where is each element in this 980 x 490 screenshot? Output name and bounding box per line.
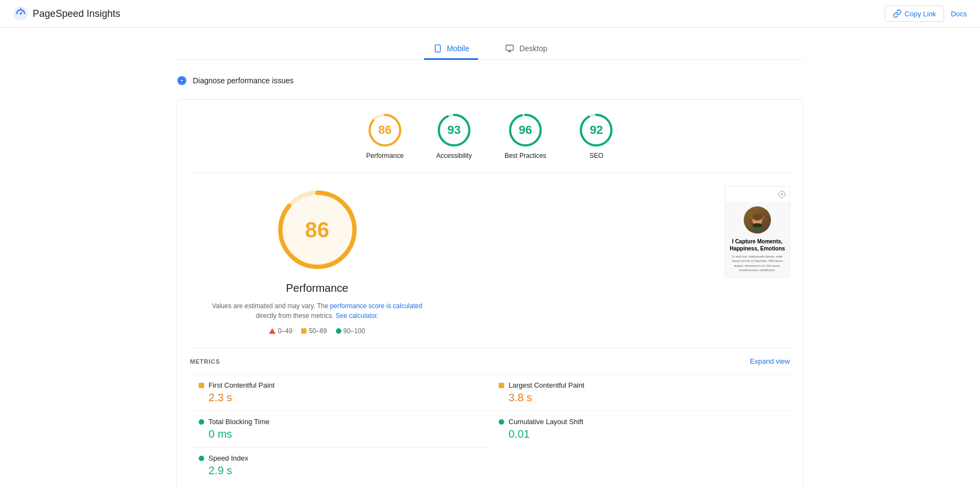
score-circle-best-practices: 96 (508, 113, 543, 148)
metric-tbt-header: Total Blocking Time (199, 418, 481, 426)
pagespeed-logo (13, 6, 28, 21)
diagnose-text: Diagnose performance issues (193, 76, 293, 85)
metric-si[interactable]: Speed Index 2.9 s (190, 447, 490, 483)
score-circle-accessibility: 93 (437, 113, 471, 148)
metric-si-value: 2.9 s (199, 464, 481, 477)
screenshot-expand-icon[interactable] (777, 190, 786, 199)
screenshot-heading: I Capture Moments, Happiness, Emotions (730, 238, 785, 252)
svg-point-23 (752, 223, 762, 228)
metric-lcp-dot (499, 383, 504, 388)
legend-orange-label: 50–89 (309, 327, 327, 335)
metric-lcp[interactable]: Largest Contentful Paint 3.8 s (490, 374, 790, 411)
performance-title: Performance (286, 282, 348, 295)
score-item-performance[interactable]: 86 Performance (366, 113, 404, 160)
main-content: Mobile Desktop Diagnose performance issu… (163, 28, 817, 490)
metrics-grid: First Contentful Paint 2.3 s Largest Con… (190, 374, 790, 483)
metrics-section: METRICS Expand view First Contentful Pai… (190, 348, 790, 483)
metric-fcp-header: First Contentful Paint (199, 381, 481, 389)
svg-point-7 (181, 79, 182, 81)
score-label-seo: SEO (590, 152, 603, 160)
metric-tbt-dot (199, 419, 204, 425)
performance-left: 86 Performance Values are estimated and … (190, 186, 444, 335)
score-value-accessibility: 93 (448, 123, 461, 137)
legend-green: 90–100 (336, 327, 365, 335)
header: PageSpeed Insights Copy Link Docs (0, 0, 980, 28)
metric-fcp-dot (199, 383, 204, 388)
avatar-svg (747, 210, 768, 230)
screenshot-card: I Capture Moments, Happiness, Emotions I… (725, 186, 790, 278)
score-item-accessibility[interactable]: 93 Accessibility (436, 113, 471, 160)
perf-see-calc-link[interactable]: See calculator. (335, 312, 378, 320)
legend-orange: 50–89 (301, 327, 327, 335)
big-score-value: 86 (305, 218, 329, 242)
score-circle-seo: 92 (579, 113, 614, 148)
metric-fcp-value: 2.3 s (199, 391, 481, 404)
svg-point-22 (752, 214, 762, 220)
svg-point-1 (20, 13, 22, 15)
score-item-best-practices[interactable]: 96 Best Practices (505, 113, 547, 160)
metric-cls[interactable]: Cumulative Layout Shift 0.01 (490, 411, 790, 447)
score-card: 86 Performance 93 Accessibility (176, 99, 804, 490)
scores-row: 86 Performance 93 Accessibility (190, 113, 790, 173)
link-icon (893, 9, 902, 18)
tab-desktop[interactable]: Desktop (495, 39, 556, 60)
legend-green-icon (336, 328, 341, 334)
legend-red: 0–49 (269, 327, 292, 335)
metrics-title: METRICS (190, 358, 220, 365)
diagnose-icon (176, 75, 187, 86)
legend-red-icon (269, 328, 275, 334)
metric-fcp[interactable]: First Contentful Paint 2.3 s (190, 374, 490, 411)
score-circle-performance: 86 (367, 113, 402, 148)
performance-description: Values are estimated and may vary. The p… (203, 301, 432, 321)
expand-view-button[interactable]: Expand view (750, 357, 790, 365)
metric-cls-header: Cumulative Layout Shift (499, 418, 781, 426)
metric-tbt-name: Total Blocking Time (209, 418, 270, 426)
performance-right: I Capture Moments, Happiness, Emotions I… (725, 186, 790, 335)
score-label-best-practices: Best Practices (505, 152, 547, 160)
mobile-icon (433, 44, 443, 53)
legend: 0–49 50–89 90–100 (269, 327, 365, 335)
screenshot-body: In and out, malesuada fames, ante ipsum … (730, 254, 785, 273)
header-right: Copy Link Docs (885, 5, 967, 22)
metric-fcp-name: First Contentful Paint (209, 381, 274, 389)
screenshot-content: I Capture Moments, Happiness, Emotions I… (725, 202, 789, 277)
score-label-accessibility: Accessibility (436, 152, 471, 160)
metric-si-dot (199, 456, 204, 461)
tab-desktop-label: Desktop (519, 44, 547, 53)
score-label-performance: Performance (366, 152, 404, 160)
performance-section: 86 Performance Values are estimated and … (190, 186, 790, 335)
big-performance-circle: 86 (274, 186, 361, 273)
docs-link[interactable]: Docs (951, 10, 967, 18)
copy-link-button[interactable]: Copy Link (885, 5, 945, 22)
diagnose-section: Diagnose performance issues (176, 71, 804, 90)
metric-cls-value: 0.01 (499, 428, 781, 440)
legend-green-label: 90–100 (344, 327, 365, 335)
screenshot-header (725, 187, 789, 202)
svg-rect-4 (506, 45, 513, 50)
metric-lcp-header: Largest Contentful Paint (499, 381, 781, 389)
legend-red-label: 0–49 (278, 327, 292, 335)
metric-tbt-value: 0 ms (199, 428, 481, 440)
tabs: Mobile Desktop (176, 39, 804, 60)
metric-lcp-name: Largest Contentful Paint (509, 381, 584, 389)
tab-mobile-label: Mobile (447, 44, 469, 53)
app-title: PageSpeed Insights (33, 8, 120, 20)
tab-mobile[interactable]: Mobile (424, 39, 478, 60)
middle-spacer (457, 186, 712, 335)
metric-lcp-value: 3.8 s (499, 391, 781, 404)
header-left: PageSpeed Insights (13, 6, 120, 21)
svg-point-3 (437, 50, 438, 51)
score-item-seo[interactable]: 92 SEO (579, 113, 614, 160)
legend-orange-icon (301, 328, 307, 334)
metric-cls-dot (499, 419, 504, 425)
desktop-icon (504, 44, 515, 53)
perf-calc-link[interactable]: performance score is calculated (330, 302, 422, 310)
metric-si-name: Speed Index (209, 454, 248, 462)
metrics-header: METRICS Expand view (190, 357, 790, 365)
screenshot-avatar (744, 206, 771, 234)
metric-cls-name: Cumulative Layout Shift (509, 418, 583, 426)
metric-si-header: Speed Index (199, 454, 481, 462)
score-value-best-practices: 96 (519, 123, 532, 137)
metric-tbt[interactable]: Total Blocking Time 0 ms (190, 411, 490, 447)
score-value-seo: 92 (590, 123, 603, 137)
